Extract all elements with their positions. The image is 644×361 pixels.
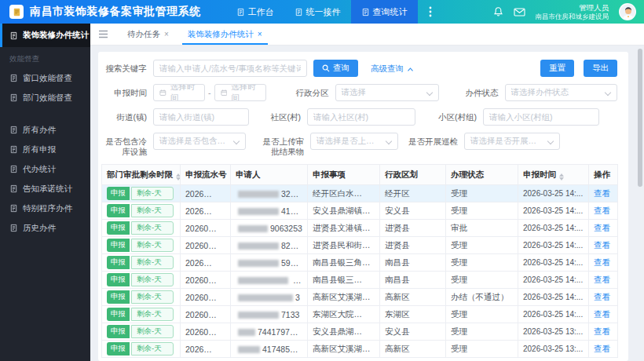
view-link[interactable]: 查看 bbox=[594, 326, 610, 336]
view-link[interactable]: 查看 bbox=[594, 206, 610, 215]
inspection-label: 是否开展巡检 bbox=[408, 133, 458, 147]
applicant-cell: 9063253 bbox=[231, 220, 308, 237]
time-cell: 2026-03-25 14:... bbox=[518, 272, 589, 289]
view-link[interactable]: 查看 bbox=[594, 309, 610, 319]
remaining-cell: 申报剩余-天 bbox=[102, 323, 181, 341]
view-link[interactable]: 查看 bbox=[594, 240, 610, 250]
item-text: 高新区艾溪湖 bbox=[313, 292, 371, 301]
view-link[interactable]: 查看 bbox=[594, 223, 610, 232]
search-button[interactable]: 查询 bbox=[313, 60, 358, 77]
sidebar-item-label: 窗口效能督查 bbox=[23, 73, 72, 84]
sidebar-item-decoration-stats[interactable]: 装饰装修办件统计 bbox=[0, 24, 90, 47]
redacted-applicant bbox=[238, 312, 279, 319]
time-cell: 2026-03-25 14:... bbox=[518, 220, 589, 237]
view-link[interactable]: 查看 bbox=[594, 292, 610, 301]
serial-prefix: 2026 bbox=[185, 258, 212, 268]
serial-prefix: 2026 bbox=[185, 345, 212, 354]
item-cell: 经开区白水 bbox=[308, 185, 380, 202]
estate-input[interactable] bbox=[483, 108, 599, 126]
inspection-select[interactable]: 请选择是否开展巡检 bbox=[464, 133, 560, 150]
keyword-input[interactable] bbox=[153, 60, 307, 77]
sidebar-item[interactable]: 特别程序办件 bbox=[0, 199, 90, 218]
status-select[interactable]: 请选择办件状态 bbox=[505, 84, 618, 101]
end-date-placeholder: 选择时间 bbox=[231, 84, 259, 101]
status-cell: 受理 bbox=[446, 323, 518, 341]
document-icon bbox=[9, 74, 18, 82]
cold-storage-select[interactable]: 请选择是否包含冷库设施 bbox=[153, 133, 246, 150]
view-link[interactable]: 查看 bbox=[594, 275, 610, 284]
applicant-cell: 59510 bbox=[231, 254, 308, 272]
sidebar-item[interactable]: 告知承诺统计 bbox=[0, 179, 90, 199]
scrollbar-thumb[interactable] bbox=[638, 49, 642, 187]
status-cell: 受理 bbox=[446, 254, 518, 272]
reset-button[interactable]: 重置 bbox=[540, 60, 574, 77]
sidebar-item[interactable]: 部门效能督查 bbox=[0, 88, 90, 108]
end-date-picker[interactable]: 选择时间 bbox=[214, 84, 266, 101]
district-cell: 安义县 bbox=[380, 202, 446, 220]
cold-storage-placeholder: 请选择是否包含冷库设施 bbox=[159, 136, 229, 147]
district-cell: 高新区 bbox=[380, 341, 446, 358]
remaining-days-badge: 剩余-天 bbox=[131, 325, 174, 338]
district-cell: 东湖区 bbox=[380, 306, 446, 323]
sidebar-item[interactable]: 所有申报 bbox=[0, 140, 90, 159]
time-cell: 2026-03-25 14:... bbox=[518, 237, 589, 254]
serial-prefix: 20260 bbox=[185, 241, 217, 250]
col-serial: 申报流水号 bbox=[181, 165, 231, 185]
district-select[interactable]: 请选择 bbox=[335, 84, 439, 101]
applicant-cell: 005 bbox=[231, 272, 308, 289]
menu-icon[interactable] bbox=[98, 30, 108, 38]
export-button[interactable]: 导出 bbox=[584, 60, 617, 77]
sidebar-item[interactable]: 所有办件 bbox=[0, 120, 90, 140]
applicant-cell: 41513 bbox=[231, 202, 308, 220]
district-cell: 进贤县 bbox=[380, 237, 446, 254]
document-icon bbox=[9, 31, 18, 40]
document-icon bbox=[295, 8, 303, 16]
item-text: 东湖区大院 bbox=[313, 309, 362, 319]
sort-carets-icon[interactable] bbox=[176, 173, 181, 180]
close-icon[interactable]: × bbox=[258, 30, 262, 38]
nav-item-query-stats[interactable]: 查询统计 bbox=[351, 0, 418, 24]
content-area: 搜索关键字 查询 高级查询 重置 导出 申报时间 选择时 bbox=[90, 46, 644, 361]
sidebar-item-label: 部门效能督查 bbox=[23, 93, 72, 104]
tab-todo-tasks[interactable]: 待办任务 × bbox=[118, 24, 178, 45]
remaining-cell: 申报剩余-天 bbox=[102, 202, 181, 220]
advanced-search-link[interactable]: 高级查询 bbox=[371, 60, 414, 75]
view-link[interactable]: 查看 bbox=[594, 188, 610, 198]
declare-badge: 申报 bbox=[107, 290, 130, 304]
nav-item-workbench[interactable]: 工作台 bbox=[226, 0, 284, 24]
close-icon[interactable]: × bbox=[164, 30, 169, 38]
serial-prefix: 20260 bbox=[185, 293, 217, 302]
serial-prefix: 20260 bbox=[185, 275, 217, 285]
view-link[interactable]: 查看 bbox=[594, 344, 610, 353]
redacted-applicant bbox=[238, 242, 279, 250]
community-input[interactable] bbox=[307, 108, 415, 126]
remaining-days-badge: 剩余-天 bbox=[131, 342, 174, 356]
status-cell: 受理 bbox=[446, 237, 518, 254]
street-input[interactable] bbox=[153, 108, 249, 126]
serial-prefix: 2026 bbox=[185, 189, 212, 199]
upload-result-select[interactable]: 请选择是否上传审批结果物 bbox=[310, 133, 398, 150]
start-date-picker[interactable]: 选择时间 bbox=[153, 84, 205, 101]
sidebar-item[interactable]: 窗口效能督查 bbox=[0, 68, 90, 88]
date-separator: - bbox=[205, 84, 214, 97]
user-avatar[interactable] bbox=[619, 3, 636, 20]
remaining-days-badge: 剩余-天 bbox=[131, 290, 174, 304]
sort-carets-icon[interactable] bbox=[559, 173, 564, 180]
item-text: 南昌县银三 bbox=[313, 275, 362, 284]
nav-more-button[interactable] bbox=[418, 0, 443, 24]
tab-decoration-stats[interactable]: 装饰装修办件统计 × bbox=[178, 24, 272, 45]
sidebar-item[interactable]: 代办统计 bbox=[0, 159, 90, 179]
view-link[interactable]: 查看 bbox=[594, 257, 610, 267]
declare-badge: 申报 bbox=[107, 342, 130, 356]
nav-item-intake[interactable]: 统一接件 bbox=[284, 0, 351, 24]
serial-prefix: 20260 bbox=[185, 310, 217, 319]
sidebar-item[interactable]: 历史办件 bbox=[0, 218, 90, 238]
action-cell: 查看 bbox=[589, 323, 618, 341]
bell-icon[interactable] bbox=[493, 6, 503, 17]
district-cell: 南昌县 bbox=[380, 272, 446, 289]
applicant-suffix: 41513 bbox=[281, 206, 304, 216]
avatar-image bbox=[620, 4, 636, 20]
mail-icon[interactable] bbox=[514, 8, 525, 16]
remaining-cell: 申报剩余-天 bbox=[102, 185, 181, 202]
item-cell: 安义县鼎湖 bbox=[308, 323, 380, 341]
